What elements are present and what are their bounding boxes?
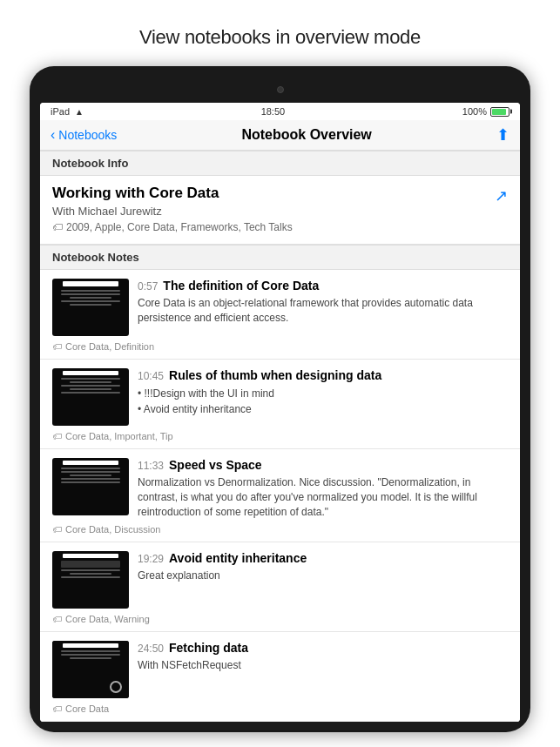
note-timestamp: 11:33 <box>138 460 164 472</box>
note-description: Great explanation <box>138 569 508 583</box>
battery-icon <box>490 107 509 117</box>
note-tags: Core Data, Warning <box>65 614 150 624</box>
device-label: iPad <box>51 106 70 117</box>
note-description: With NSFetchRequest <box>138 658 508 673</box>
note-description: • !!!Design with the UI in mind • Avoid … <box>138 386 508 417</box>
note-tags: Core Data <box>65 703 109 714</box>
status-left: iPad ▲ <box>51 106 84 117</box>
battery-percent: 100% <box>462 106 487 117</box>
notebook-tags: 🏷 2009, Apple, Core Data, Frameworks, Te… <box>52 221 508 233</box>
note-thumbnail <box>52 641 129 698</box>
note-tag-icon: 🏷 <box>52 524 62 535</box>
note-thumbnail <box>52 551 129 609</box>
notebook-author: With Michael Jurewitz <box>52 205 508 218</box>
note-thumbnail <box>52 368 129 426</box>
back-button[interactable]: ‹ Notebooks <box>51 127 117 143</box>
note-item[interactable]: 10:45 Rules of thumb when designing data… <box>40 360 520 449</box>
nav-title: Notebook Overview <box>241 127 371 143</box>
ipad-screen: iPad ▲ 18:50 100% ‹ Notebooks Notebook O… <box>40 103 520 722</box>
note-timestamp: 10:45 <box>138 370 164 382</box>
notebook-tags-text: 2009, Apple, Core Data, Frameworks, Tech… <box>66 221 293 233</box>
note-item[interactable]: 11:33 Speed vs Space Normalization vs De… <box>40 449 520 542</box>
note-tag-icon: 🏷 <box>52 341 62 352</box>
notebook-info: Working with Core Data With Michael Jure… <box>40 176 520 245</box>
notes-list: 0:57 The definition of Core Data Core Da… <box>40 270 520 722</box>
note-title: Speed vs Space <box>169 458 262 472</box>
status-time: 18:50 <box>261 106 286 117</box>
notes-section-header: Notebook Notes <box>40 245 520 270</box>
note-timestamp: 19:29 <box>138 553 164 565</box>
ipad-camera <box>277 86 284 93</box>
battery-fill <box>492 109 506 115</box>
note-title: Rules of thumb when designing data <box>169 368 381 382</box>
note-item[interactable]: 19:29 Avoid entity inheritance Great exp… <box>40 542 520 632</box>
note-description: Normalization vs Denormalization. Nice d… <box>138 475 508 519</box>
note-item[interactable]: 0:57 The definition of Core Data Core Da… <box>40 270 520 360</box>
notebook-info-header: Notebook Info <box>40 151 520 176</box>
status-right: 100% <box>462 106 509 117</box>
note-tags: Core Data, Discussion <box>65 524 160 535</box>
note-title: The definition of Core Data <box>163 279 319 293</box>
tag-icon: 🏷 <box>52 221 63 233</box>
ipad-top-bar <box>40 77 520 103</box>
note-thumbnail <box>52 458 129 515</box>
nav-bar: ‹ Notebooks Notebook Overview ⬆ <box>40 120 520 151</box>
note-timestamp: 0:57 <box>138 280 158 293</box>
back-chevron-icon: ‹ <box>51 127 55 143</box>
note-tags: Core Data, Definition <box>65 341 154 352</box>
note-tags: Core Data, Important, Tip <box>65 431 173 441</box>
note-title: Fetching data <box>169 641 248 655</box>
ipad-frame: iPad ▲ 18:50 100% ‹ Notebooks Notebook O… <box>30 66 530 732</box>
note-thumbnail <box>52 279 129 336</box>
notebook-title: Working with Core Data <box>52 185 508 202</box>
note-title: Avoid entity inheritance <box>169 551 307 565</box>
note-item[interactable]: 24:50 Fetching data With NSFetchRequest … <box>40 632 520 722</box>
share-icon[interactable]: ⬆ <box>496 125 509 145</box>
note-tag-icon: 🏷 <box>52 703 62 714</box>
note-tag-icon: 🏷 <box>52 614 62 624</box>
back-label: Notebooks <box>58 128 117 142</box>
page-headline: View notebooks in overview mode <box>122 0 438 66</box>
status-bar: iPad ▲ 18:50 100% <box>40 103 520 120</box>
note-tag-icon: 🏷 <box>52 431 62 441</box>
battery-container <box>490 107 509 117</box>
note-description: Core Data is an object-relational framew… <box>138 296 508 326</box>
export-button[interactable]: ↗ <box>495 186 508 205</box>
wifi-icon: ▲ <box>75 107 84 117</box>
note-timestamp: 24:50 <box>138 643 164 655</box>
